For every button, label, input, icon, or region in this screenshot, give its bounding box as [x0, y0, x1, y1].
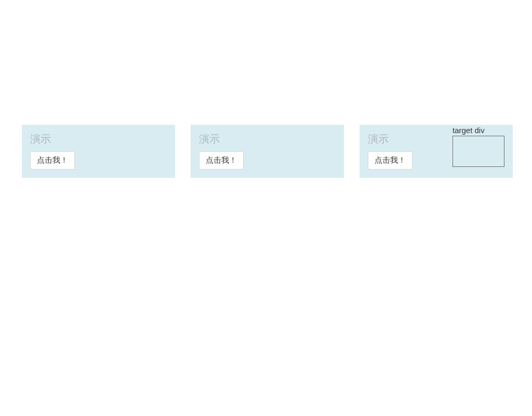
target-div-box — [453, 136, 504, 167]
demo-panel: 演示 点击我！ target div — [360, 125, 513, 178]
target-div-wrapper: target div — [453, 125, 504, 167]
demo-panel: 演示 点击我！ — [22, 125, 175, 178]
click-me-button[interactable]: 点击我！ — [368, 151, 413, 170]
target-div-label: target div — [453, 125, 504, 135]
panel-title: 演示 — [199, 132, 336, 146]
click-me-button[interactable]: 点击我！ — [30, 151, 75, 170]
demo-panel: 演示 点击我！ — [191, 125, 344, 178]
panel-title: 演示 — [30, 132, 167, 146]
click-me-button[interactable]: 点击我！ — [199, 151, 244, 170]
demo-container: 演示 点击我！ 演示 点击我！ 演示 点击我！ target div — [0, 0, 532, 178]
